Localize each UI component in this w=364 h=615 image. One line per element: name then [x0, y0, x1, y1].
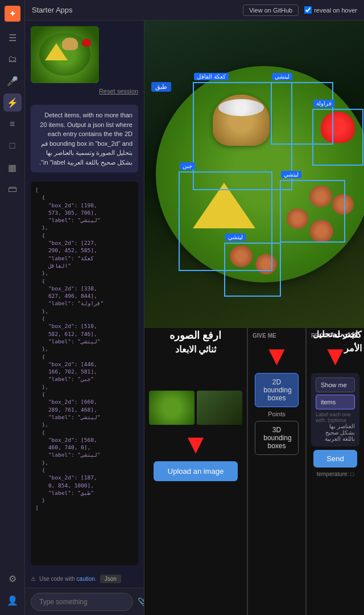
instruction-box: Detect items, with no more than 20 items… [31, 105, 138, 173]
arabic-upload-label: ارفع الصوره [144, 329, 247, 342]
sidebar-icon-list[interactable]: ≡ [3, 115, 22, 133]
left-panel: Reset session Detect items, with no more… [25, 20, 144, 615]
prompt-extra-text: Label each one with: (optiona [316, 412, 355, 423]
chat-input[interactable] [31, 593, 133, 611]
main-area: Starter Apps View on GitHub reveal on ho… [25, 0, 364, 615]
give-me-label: GIVE ME [253, 333, 276, 339]
prompt-arabic-text: العناصر بها بشكل صحيح باللغة العربية [316, 423, 355, 442]
bbox-label-lychee3: ليتشي [225, 233, 246, 241]
sidebar-icon-files[interactable]: 🗂 [3, 50, 22, 68]
input-area: 📎 ▸ Run [25, 588, 144, 615]
thumbnail-area: Reset session [25, 20, 144, 100]
send-button[interactable]: Send [313, 450, 357, 468]
caution-icon: ⚠ [31, 576, 36, 582]
view-github-button[interactable]: View on GitHub [243, 5, 299, 16]
input-icons: 📎 ▸ Run [138, 594, 144, 609]
sidebar-icon-square2[interactable]: ▦ [3, 158, 22, 177]
topbar-right: View on GitHub reveal on hover [243, 5, 357, 16]
sidebar-icon-mic[interactable]: 🎤 [3, 72, 22, 90]
bottom-section: ارفع الصوره ثنائي الابعاد [144, 328, 364, 615]
bbox-strawberry: فراولة [312, 109, 363, 166]
bbox-3d-button[interactable]: 3D bounding boxes [255, 421, 299, 455]
mini-thumbs [149, 391, 242, 425]
prompt-col: PROMPT: كتبت له الأمر اخترت تحليل ▼ Show [307, 328, 364, 615]
bbox-label-muffin: كعكة الفافل [194, 73, 229, 80]
temperature-label: temperature: □ [317, 471, 354, 477]
arabic-upload-label2: ثنائي الابعاد [144, 344, 247, 355]
bbox-label-strawberry: فراولة [313, 100, 334, 107]
arabic-mid-label: اخترت تحليل [313, 329, 358, 339]
upload-col: ارفع الصوره ثنائي الابعاد [144, 328, 247, 615]
sidebar-icon-db[interactable]: 🗃 [3, 180, 22, 198]
right-panel: كعكة الفافل ليتشي فراولة جبن ليتشي [144, 20, 364, 615]
app-title: Starter Apps [32, 6, 73, 14]
topbar: Starter Apps View on GitHub reveal on ho… [25, 0, 364, 20]
reveal-hover-checkbox[interactable] [304, 6, 312, 14]
attach-icon[interactable]: 📎 [138, 597, 144, 606]
bbox-label-lychee1: ليتشي [272, 73, 292, 80]
caution-text: Use code with caution. [39, 576, 97, 582]
points-label: Points [268, 411, 286, 417]
json-text: [ { "box_2d": [198, 573, 305, 706], "lab… [35, 186, 134, 512]
mini-thumb-2 [197, 391, 242, 425]
red-arrow-upload: ▼ [182, 430, 209, 458]
bbox-label-plate: طبق [151, 82, 171, 92]
bbox-lychee2: ليتشي [280, 180, 345, 243]
bbox-2d-button[interactable]: 2D bounding boxes [255, 373, 299, 407]
bbox-label-lychee2: ليتشي [281, 171, 301, 178]
prompt-show-option[interactable]: Show me [316, 378, 355, 392]
prompt-items-option[interactable]: items [316, 395, 355, 409]
content-area: Reset session Detect items, with no more… [25, 20, 364, 615]
food-image-container: كعكة الفافل ليتشي فراولة جبن ليتشي [144, 20, 364, 328]
json-format-button[interactable]: Json [100, 575, 121, 583]
upload-button[interactable]: Upload an image [154, 461, 238, 481]
sidebar: ✦ ☰ 🗂 🎤 ⚡ ≡ □ ▦ 🗃 ⚙ 👤 [0, 0, 25, 615]
mini-thumb-1 [149, 391, 195, 425]
instruction-text: Detect items, with no more than 20 items… [39, 112, 133, 166]
sidebar-icon-settings[interactable]: ⚙ [3, 569, 22, 588]
arabic-right-label2: الأمر [344, 343, 362, 354]
thumbnail-image [31, 26, 99, 83]
sidebar-icon-menu[interactable]: ☰ [3, 28, 22, 47]
sidebar-icon-lightning[interactable]: ⚡ [3, 93, 22, 112]
bbox-col: GIVE ME ▼ 2D bounding boxes Points 3D bo… [248, 328, 306, 615]
app-logo[interactable]: ✦ [5, 6, 20, 22]
caution-link[interactable]: caution [77, 576, 95, 582]
prompt-box: Show me items Label each one with: (opti… [311, 373, 359, 446]
bbox-label-cheese: جبن [180, 162, 195, 170]
code-caution-area: ⚠ Use code with caution. Json [25, 570, 144, 588]
reveal-hover-label[interactable]: reveal on hover [304, 6, 357, 14]
bbox-lychee3: ليتشي [224, 243, 281, 297]
sidebar-icon-user[interactable]: 👤 [3, 591, 22, 609]
food-background: كعكة الفافل ليتشي فراولة جبن ليتشي [144, 20, 364, 328]
red-arrow-bbox: ▼ [263, 342, 291, 370]
reset-session-button[interactable]: Reset session [99, 88, 138, 95]
reveal-hover-text: reveal on hover [314, 7, 357, 14]
sidebar-icon-square1[interactable]: □ [3, 137, 22, 155]
json-output: [ { "box_2d": [198, 573, 305, 706], "lab… [31, 182, 138, 565]
